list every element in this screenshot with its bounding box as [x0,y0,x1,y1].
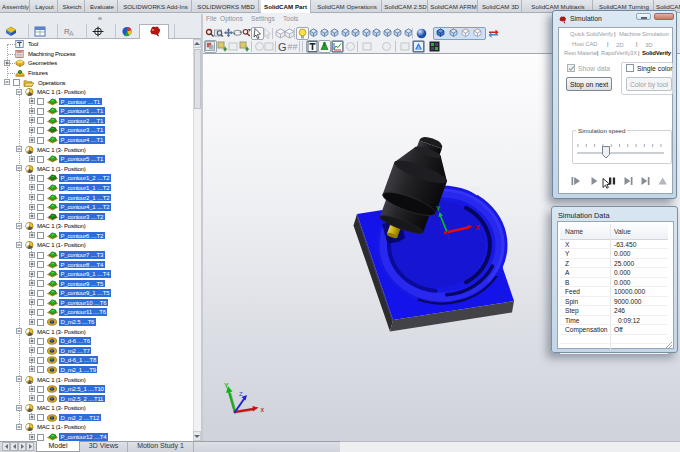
svg-text:G: G [278,41,287,52]
svg-text:Y: Y [224,382,229,389]
svg-text:X: X [475,224,480,231]
svg-text:##: ## [288,42,298,52]
svg-text:Y: Y [436,205,441,212]
svg-text:x: x [261,406,265,413]
svg-text:A: A [69,30,74,37]
svg-text:Z: Z [239,391,243,397]
